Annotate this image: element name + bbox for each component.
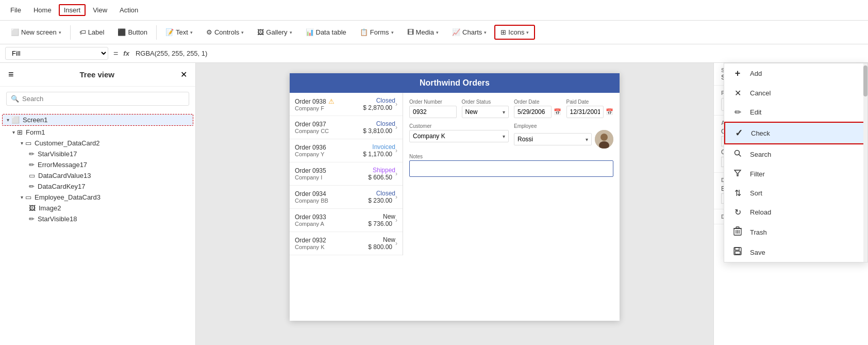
order-date-input[interactable] <box>514 106 552 118</box>
order-id-0937: Order 0937 <box>295 121 363 128</box>
order-row-0933[interactable]: Order 0933 Company A New $ 736.00 › <box>290 209 403 232</box>
data-table-button[interactable]: 📊 Data table <box>300 25 352 39</box>
edit-icon: ✏ <box>732 107 743 117</box>
fx-label: fx <box>123 50 129 57</box>
paid-date-input[interactable] <box>566 106 604 118</box>
icon-sort-item[interactable]: ⇅ Sort <box>724 184 867 203</box>
menu-view[interactable]: View <box>88 4 112 16</box>
employee-value: Rossi <box>518 136 586 143</box>
order-id-0933: Order 0933 <box>295 213 368 221</box>
detail-row-1: Order Number Order Status New ▾ Order Da… <box>409 99 613 118</box>
canvas-area: Northwind Orders Order 0938⚠ Company F C… <box>196 63 713 345</box>
order-right-0933: New $ 736.00 <box>368 213 395 227</box>
customer-select[interactable]: Company K ▾ <box>409 130 509 142</box>
formula-input[interactable] <box>132 48 863 59</box>
menu-file[interactable]: File <box>5 4 26 16</box>
tree-starvisible18[interactable]: ✏ StarVisible18 <box>0 213 195 224</box>
text-button[interactable]: 📝 Text ▾ <box>160 25 198 39</box>
fill-dropdown[interactable]: Fill <box>5 47 108 60</box>
trash-label: Trash <box>750 228 767 236</box>
label-button[interactable]: 🏷 Label <box>74 25 110 39</box>
starvisible18-label: StarVisible18 <box>38 215 77 223</box>
new-screen-chevron: ▾ <box>59 30 61 35</box>
order-row-0934[interactable]: Order 0934 Company BB Closed $ 230.00 › <box>290 186 403 209</box>
order-row-0935[interactable]: Order 0935 Company I Shipped $ 606.50 › <box>290 162 403 186</box>
controls-button[interactable]: ⚙ Controls ▾ <box>201 25 249 39</box>
order-number-input[interactable] <box>409 106 457 118</box>
icons-button[interactable]: ⊞ Icons ▾ <box>494 25 535 40</box>
forms-icon: 📋 <box>360 28 368 36</box>
order-id-0938: Order 0938⚠ <box>295 97 363 105</box>
icon-search-item[interactable]: Search <box>724 144 867 164</box>
employee-label: Employee <box>514 123 613 129</box>
menu-action[interactable]: Action <box>114 4 143 16</box>
tree-employee-datacard3[interactable]: ▾ ▭ Employee_DataCard3 <box>0 192 195 203</box>
order-company-0936: Company Y <box>295 151 363 157</box>
tree-datacardvalue13[interactable]: ▭ DataCardValue13 <box>0 170 195 181</box>
tree-form1[interactable]: ▾ ⊞ Form1 <box>0 127 195 138</box>
icons-dropdown: + Add ✕ Cancel ✏ Edit ✓ Check <box>724 63 868 262</box>
menu-insert[interactable]: Insert <box>59 4 86 16</box>
starvisible17-icon: ✏ <box>29 150 35 158</box>
order-status-0933: New <box>368 213 395 220</box>
employee-detail: Rossi ▾ <box>514 130 613 149</box>
search-icon: 🔍 <box>11 95 19 103</box>
form1-arrow: ▾ <box>12 129 15 135</box>
icon-trash-item[interactable]: Trash <box>724 222 867 242</box>
icons-chevron: ▾ <box>526 30 529 35</box>
icon-add-item[interactable]: + Add <box>724 63 867 84</box>
check-label: Check <box>751 129 770 137</box>
order-chevron-0933: › <box>395 217 397 224</box>
icon-reload-item[interactable]: ↻ Reload <box>724 203 867 222</box>
order-date-calendar-icon[interactable]: 📅 <box>554 108 561 116</box>
icon-cancel-item[interactable]: ✕ Cancel <box>724 84 867 103</box>
order-row-0938[interactable]: Order 0938⚠ Company F Closed $ 2,870.00 … <box>290 93 403 116</box>
icon-check-item[interactable]: ✓ Check <box>724 122 867 144</box>
order-status-0934: Closed <box>368 190 395 197</box>
order-date-field: Order Date 📅 <box>514 99 561 118</box>
order-status-0936: Invoiced <box>363 143 395 151</box>
charts-button[interactable]: 📈 Charts ▾ <box>446 25 492 39</box>
menu-home[interactable]: Home <box>28 4 57 16</box>
employee-select[interactable]: Rossi ▾ <box>514 133 592 145</box>
order-row-0937[interactable]: Order 0937 Company CC Closed $ 3,810.00 … <box>290 116 403 139</box>
order-amount-0933: $ 736.00 <box>368 220 392 227</box>
tree-starvisible17[interactable]: ✏ StarVisible17 <box>0 149 195 159</box>
notes-input[interactable] <box>409 160 613 177</box>
new-screen-button[interactable]: ⬜ New screen ▾ <box>5 25 67 39</box>
media-button[interactable]: 🎞 Media ▾ <box>402 25 444 39</box>
search-dropdown-label: Search <box>750 151 771 158</box>
menu-bar: File Home Insert View Action <box>0 0 868 21</box>
detail-row-notes: Notes <box>409 154 613 177</box>
order-company-0933: Company A <box>295 221 368 227</box>
sidebar-hamburger[interactable]: ≡ <box>8 69 14 80</box>
forms-button[interactable]: 📋 Forms ▾ <box>354 25 399 39</box>
screen1-label: Screen1 <box>23 116 47 124</box>
order-info-0936: Order 0936 Company Y <box>295 144 363 157</box>
icon-save-item[interactable]: Save <box>724 242 867 262</box>
tree-customer-datacard2[interactable]: ▾ ▭ Customer_DataCard2 <box>0 138 195 149</box>
order-row-0936[interactable]: Order 0936 Company Y Invoiced $ 1,170.00… <box>290 139 403 162</box>
gallery-button[interactable]: 🖼 Gallery ▾ <box>252 25 297 39</box>
order-info-0932: Order 0932 Company K <box>295 237 368 250</box>
order-list: Order 0938⚠ Company F Closed $ 2,870.00 … <box>290 93 403 255</box>
order-row-0932[interactable]: Order 0932 Company K New $ 800.00 › <box>290 232 403 255</box>
order-status-select[interactable]: New ▾ <box>462 106 509 118</box>
tree-image2[interactable]: 🖼 Image2 <box>0 203 195 213</box>
button-button[interactable]: ⬛ Button <box>112 25 153 39</box>
order-info-0933: Order 0933 Company A <box>295 213 368 227</box>
button-icon: ⬛ <box>118 28 126 36</box>
sidebar-close[interactable]: ✕ <box>180 70 187 79</box>
trash-icon <box>732 226 743 238</box>
tree-errormessage17[interactable]: ✏ ErrorMessage17 <box>0 159 195 170</box>
tree-datacardkey17[interactable]: ✏ DataCardKey17 <box>0 181 195 192</box>
icon-edit-item[interactable]: ✏ Edit <box>724 103 867 122</box>
paid-date-calendar-icon[interactable]: 📅 <box>606 108 613 116</box>
order-right-0935: Shipped $ 606.50 <box>368 167 395 181</box>
paid-date-label: Paid Date <box>566 99 614 105</box>
tree-screen1[interactable]: ▾ ⬜ Screen1 <box>2 114 193 126</box>
order-number-field: Order Number <box>409 99 457 118</box>
sidebar-search-input[interactable] <box>22 95 185 103</box>
order-amount-0934: $ 230.00 <box>368 197 392 204</box>
icon-filter-item[interactable]: Filter <box>724 164 867 184</box>
